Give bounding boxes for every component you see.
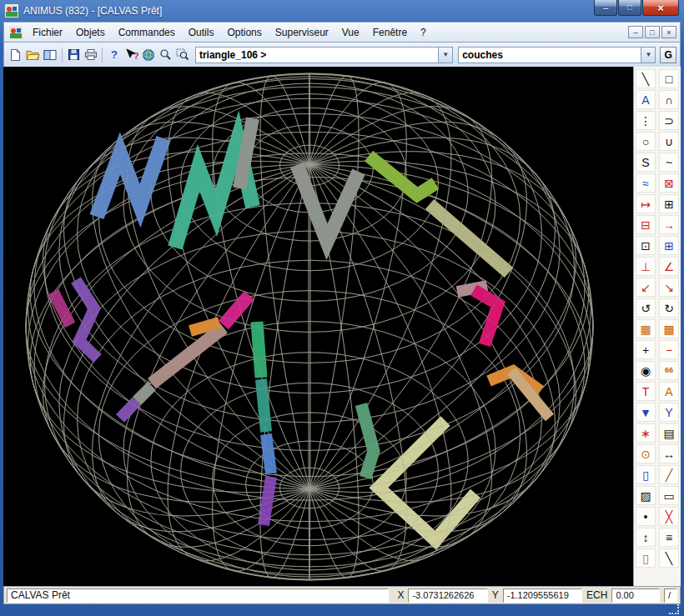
mdi-close-button[interactable]: × bbox=[661, 26, 676, 38]
object-combobox[interactable]: triangle_106 > ▼ bbox=[195, 47, 453, 63]
tool-rotate-cw-button[interactable]: ↻ bbox=[659, 298, 679, 318]
tool-break-button[interactable]: ╳ bbox=[659, 507, 679, 526]
tool-arc-button[interactable]: ∩ bbox=[659, 90, 679, 109]
close-button[interactable]: × bbox=[642, 0, 679, 16]
new-document-button[interactable] bbox=[8, 46, 24, 64]
toolbar-separator bbox=[62, 48, 63, 63]
menu-item-objets[interactable]: Objets bbox=[69, 24, 112, 41]
ech-label: ECH bbox=[586, 589, 607, 601]
svg-text:?: ? bbox=[133, 51, 138, 61]
tool-measure-down-button[interactable]: ↙ bbox=[636, 278, 656, 297]
maximize-button[interactable]: □ bbox=[618, 0, 641, 16]
tool-spline-button[interactable]: S bbox=[636, 153, 656, 172]
grid-toggle-button[interactable]: G bbox=[660, 47, 676, 63]
menu-item-superviseur[interactable]: Superviseur bbox=[269, 24, 335, 41]
status-message: CALVAS Prêt bbox=[7, 588, 389, 603]
help-button[interactable]: ? bbox=[106, 46, 123, 64]
tool-book-button[interactable]: ▯ bbox=[636, 548, 656, 568]
tool-add-button[interactable]: + bbox=[636, 340, 656, 359]
layers-combobox-arrow[interactable]: ▼ bbox=[641, 48, 655, 63]
menu-item-help[interactable]: ? bbox=[414, 24, 433, 41]
tool-measure-diag-button[interactable]: ↘ bbox=[659, 278, 679, 297]
tool-line-button[interactable]: ╲ bbox=[636, 69, 656, 88]
tool-pencil-button[interactable]: ╱ bbox=[659, 465, 679, 484]
tool-layers-button[interactable]: ▤ bbox=[659, 423, 679, 443]
tool-split-h-button[interactable]: ⊡ bbox=[636, 236, 656, 255]
strip-blue-vertical bbox=[266, 434, 271, 473]
layers-combobox[interactable]: couches ▼ bbox=[458, 47, 656, 63]
split-view-button[interactable] bbox=[42, 46, 58, 64]
app-icon bbox=[5, 4, 18, 18]
object-combobox-arrow[interactable]: ▼ bbox=[438, 48, 452, 63]
split-view-icon bbox=[43, 49, 57, 61]
globe-icon bbox=[142, 48, 155, 62]
menu-item-options[interactable]: Options bbox=[220, 24, 268, 41]
strip-yellowgreen-elbow bbox=[369, 156, 435, 195]
drawing-canvas[interactable] bbox=[3, 67, 633, 586]
tool-angle-button[interactable]: ∠ bbox=[659, 257, 679, 276]
save-button[interactable] bbox=[65, 46, 82, 64]
tool-subtract-button[interactable]: − bbox=[659, 340, 679, 359]
tool-node-button[interactable]: • bbox=[636, 507, 656, 526]
tool-container-button[interactable]: ▯ bbox=[636, 465, 656, 484]
menu-item-fen-tre[interactable]: Fenêtre bbox=[366, 24, 414, 41]
tool-rectangle-button[interactable]: □ bbox=[659, 69, 679, 88]
open-folder-icon bbox=[26, 49, 40, 61]
tool-text-label-button[interactable]: T bbox=[636, 382, 656, 401]
tool-perpendicular-button[interactable]: ⊥ bbox=[636, 257, 656, 276]
context-help-icon: ? bbox=[125, 48, 138, 61]
tool-find-button[interactable]: ◉ bbox=[636, 361, 656, 380]
tool-dim-vertical-button[interactable]: ↕ bbox=[636, 528, 656, 547]
tool-paste-button[interactable]: ⊞ bbox=[659, 194, 679, 213]
mdi-restore-button[interactable]: □ bbox=[645, 26, 660, 38]
tool-star-button[interactable]: ∗ bbox=[636, 423, 656, 443]
app-window: ANIMUS (832) - [CALVAS Prêt] – □ × Fichi… bbox=[0, 0, 684, 616]
minimize-button[interactable]: – bbox=[594, 0, 617, 16]
tool-slash-button[interactable]: ╲ bbox=[659, 548, 679, 568]
mdi-minimize-icon: – bbox=[633, 28, 637, 37]
tool-erase-button[interactable]: ▭ bbox=[659, 486, 679, 505]
tool-text-button[interactable]: A bbox=[636, 90, 656, 109]
tool-font-button[interactable]: A bbox=[659, 382, 679, 401]
help-icon: ? bbox=[109, 48, 119, 61]
tool-rotate-ccw-button[interactable]: ↺ bbox=[636, 298, 656, 318]
tool-ellipse-button[interactable]: ○ bbox=[636, 132, 656, 151]
zoom-region-button[interactable] bbox=[174, 46, 191, 64]
menu-item-commandes[interactable]: Commandes bbox=[112, 24, 182, 41]
tool-import-button[interactable]: ↦ bbox=[636, 194, 656, 213]
menu-item-vue[interactable]: Vue bbox=[335, 24, 366, 41]
print-button[interactable] bbox=[83, 46, 99, 64]
tool-arc-open-button[interactable]: ⊃ bbox=[659, 111, 679, 130]
print-icon bbox=[84, 48, 98, 61]
context-help-button[interactable]: ? bbox=[123, 46, 140, 64]
mdi-minimize-button[interactable]: – bbox=[628, 26, 643, 38]
tool-quotes-button[interactable]: 66 bbox=[659, 361, 679, 380]
close-icon: × bbox=[657, 3, 664, 13]
zoom-region-icon bbox=[176, 48, 189, 61]
menu-item-fichier[interactable]: Fichier bbox=[26, 24, 69, 41]
open-file-button[interactable] bbox=[25, 46, 42, 64]
tool-curve-button[interactable]: ∪ bbox=[659, 132, 679, 151]
globe-button[interactable] bbox=[140, 46, 157, 64]
tool-table-button[interactable]: ▦ bbox=[636, 319, 656, 338]
tool-hatch-button[interactable]: ▨ bbox=[636, 486, 656, 505]
tool-y-select-button[interactable]: Y bbox=[659, 403, 679, 422]
mdi-child-icon bbox=[9, 26, 23, 39]
resize-grip[interactable] bbox=[669, 604, 679, 614]
tool-wave-button[interactable]: ~ bbox=[659, 153, 679, 172]
tool-align-button[interactable]: ≡ bbox=[659, 528, 679, 547]
tool-freehand-button[interactable]: ≈ bbox=[636, 173, 656, 193]
menu-item-outils[interactable]: Outils bbox=[182, 24, 221, 41]
zoom-button[interactable] bbox=[158, 46, 174, 64]
tool-table-select-button[interactable]: ▩ bbox=[659, 319, 679, 338]
mdi-restore-icon: □ bbox=[650, 28, 654, 37]
tool-crop-button[interactable]: ⊟ bbox=[636, 215, 656, 234]
tool-filter-button[interactable]: ▼ bbox=[636, 403, 656, 422]
y-label: Y bbox=[492, 589, 499, 601]
tool-clock-button[interactable]: ⊙ bbox=[636, 444, 656, 463]
tool-export-button[interactable]: → bbox=[659, 215, 679, 234]
tool-split-v-button[interactable]: ⊞ bbox=[659, 236, 679, 255]
tool-polyline-button[interactable]: ⋮ bbox=[636, 111, 656, 130]
tool-swap-button[interactable]: ↔ bbox=[659, 444, 679, 463]
tool-delete-button[interactable]: ⊠ bbox=[659, 173, 679, 193]
